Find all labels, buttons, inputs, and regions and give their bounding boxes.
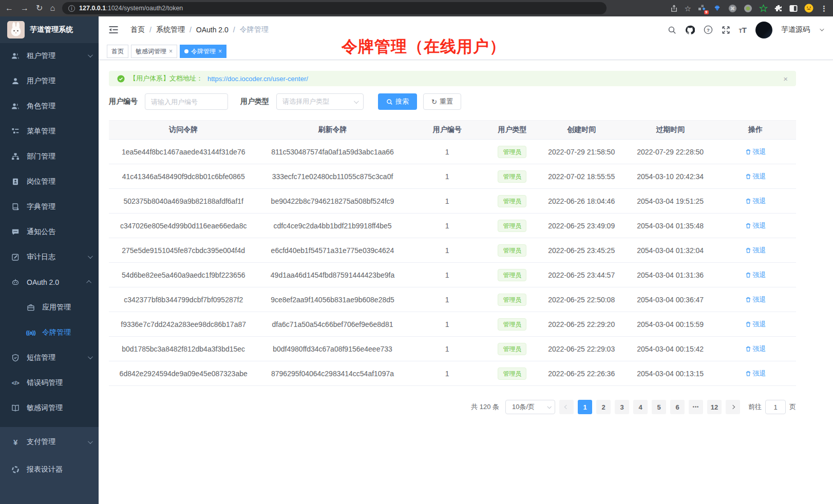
sidebar-item-user[interactable]: 用户管理 xyxy=(0,68,99,93)
sidebar-item-oauth2[interactable]: OAuth 2.0 xyxy=(0,269,99,295)
sidebar-item-label: 支付管理 xyxy=(27,437,55,447)
help-icon[interactable]: ? xyxy=(704,25,713,34)
sidebar-item-menu[interactable]: 菜单管理 xyxy=(0,119,99,144)
extension-blocks-icon[interactable]: 9 xyxy=(698,4,706,12)
browser-toolbar: ← → ↻ ⌂ i 127.0.0.1:1024/system/oauth2/t… xyxy=(0,0,833,16)
forward-icon[interactable]: → xyxy=(21,4,29,12)
table-row: c347026e805e4d99b0d116eae66eda8c cdfc4ce… xyxy=(109,214,796,238)
force-logout-button[interactable]: 强退 xyxy=(745,246,766,255)
trash-icon xyxy=(745,173,751,180)
breadcrumb-oauth2[interactable]: OAuth 2.0 xyxy=(196,26,229,34)
search-button[interactable]: 搜索 xyxy=(378,93,417,110)
cell-created: 2022-06-25 22:29:03 xyxy=(537,337,626,361)
dot-extension-icon[interactable] xyxy=(744,4,752,13)
page-button-12[interactable]: 12 xyxy=(707,400,722,414)
page-button-2[interactable]: 2 xyxy=(596,400,611,414)
sidebar-fold-icon[interactable] xyxy=(109,26,118,34)
force-logout-button[interactable]: 强退 xyxy=(745,197,766,206)
user-type-select[interactable]: 请选择用户类型 xyxy=(276,93,364,110)
user-id-input[interactable] xyxy=(145,93,228,110)
force-logout-label: 强退 xyxy=(753,295,766,304)
sidebar-item-label: 报表设计器 xyxy=(27,465,63,474)
back-icon[interactable]: ← xyxy=(5,4,13,12)
home-icon[interactable]: ⌂ xyxy=(50,4,55,12)
tab-home[interactable]: 首页 xyxy=(107,45,128,58)
logo-image xyxy=(7,21,25,38)
reset-button-label: 重置 xyxy=(440,97,453,106)
reload-icon[interactable]: ↻ xyxy=(36,4,43,12)
gem-extension-icon[interactable] xyxy=(713,4,722,13)
url-bar[interactable]: i 127.0.0.1:1024/system/oauth2/token xyxy=(62,2,607,14)
chevron-down-icon[interactable] xyxy=(820,27,824,31)
sidebar-item-oauth2-app[interactable]: 应用管理 xyxy=(0,295,99,320)
bookmark-star-icon[interactable]: ☆ xyxy=(685,5,691,12)
sidebar-item-role[interactable]: 角色管理 xyxy=(0,93,99,119)
font-size-icon[interactable]: TT xyxy=(739,26,747,34)
user-avatar[interactable] xyxy=(755,22,772,38)
sidebar-item-tenant[interactable]: 租户管理 xyxy=(0,43,99,68)
share-icon[interactable] xyxy=(670,5,678,12)
force-logout-button[interactable]: 强退 xyxy=(745,320,766,329)
sidebar-item-post[interactable]: 岗位管理 xyxy=(0,169,99,194)
breadcrumb-home[interactable]: 首页 xyxy=(130,25,145,34)
star-extension-icon[interactable] xyxy=(759,4,768,13)
page-ellipsis[interactable]: ••• xyxy=(689,400,703,414)
search-icon[interactable] xyxy=(668,26,676,34)
page-info-icon[interactable]: i xyxy=(68,5,75,12)
command-extension-icon[interactable]: ⌘ xyxy=(728,4,737,13)
force-logout-button[interactable]: 强退 xyxy=(745,344,766,354)
cell-created: 2022-06-25 22:29:20 xyxy=(537,312,626,337)
tab-token[interactable]: 令牌管理× xyxy=(180,45,226,58)
close-icon[interactable]: × xyxy=(218,48,222,54)
browser-menu-icon[interactable]: ⋮ xyxy=(820,5,828,12)
search-button-label: 搜索 xyxy=(395,97,409,106)
page-button-1[interactable]: 1 xyxy=(578,400,592,414)
force-logout-label: 强退 xyxy=(753,320,766,329)
cell-user-id: 1 xyxy=(407,238,487,263)
sidebar-item-error-code[interactable]: </> 错误码管理 xyxy=(0,370,99,395)
reset-button[interactable]: ↻ 重置 xyxy=(423,93,461,110)
force-logout-button[interactable]: 强退 xyxy=(745,221,766,230)
github-icon[interactable] xyxy=(685,25,695,35)
close-icon[interactable]: × xyxy=(169,48,173,54)
sidebar-item-audit-log[interactable]: 审计日志 xyxy=(0,244,99,269)
force-logout-label: 强退 xyxy=(753,246,766,255)
sidebar-item-dict[interactable]: 字典管理 xyxy=(0,194,99,219)
fullscreen-icon[interactable] xyxy=(722,26,730,34)
force-logout-button[interactable]: 强退 xyxy=(745,172,766,181)
table-row: 502375b8040a469a9b82188afdf6af1f be90422… xyxy=(109,189,796,214)
sidebar-item-pay[interactable]: ¥ 支付管理 xyxy=(0,428,99,456)
force-logout-button[interactable]: 强退 xyxy=(745,270,766,280)
cell-refresh-token: 811c530487574fa0af1a59d3abc1aa66 xyxy=(258,140,407,164)
page-button-3[interactable]: 3 xyxy=(615,400,629,414)
sidebar-item-dept[interactable]: 部门管理 xyxy=(0,144,99,169)
prev-page-button[interactable] xyxy=(559,400,574,414)
trash-icon xyxy=(745,371,751,377)
profile-avatar-icon[interactable] xyxy=(804,4,813,13)
sidebar-item-sms[interactable]: 短信管理 xyxy=(0,345,99,370)
page-size-select[interactable]: 10条/页 xyxy=(505,400,555,414)
close-icon[interactable]: × xyxy=(783,74,788,83)
sidebar-item-sensitive-word[interactable]: 敏感词管理 xyxy=(0,395,99,420)
tab-label: 首页 xyxy=(111,47,124,56)
sidebar-item-report-designer[interactable]: 报表设计器 xyxy=(0,456,99,483)
force-logout-button[interactable]: 强退 xyxy=(745,147,766,157)
cell-expires: 2054-03-04 00:15:42 xyxy=(626,337,715,361)
goto-page-input[interactable] xyxy=(765,400,786,414)
user-type-tag: 管理员 xyxy=(498,367,526,380)
sidebar-item-oauth2-token[interactable]: ((a)) 令牌管理 xyxy=(0,320,99,345)
puzzle-extensions-icon[interactable] xyxy=(774,4,783,12)
page-button-6[interactable]: 6 xyxy=(670,400,685,414)
force-logout-button[interactable]: 强退 xyxy=(745,295,766,304)
page-button-5[interactable]: 5 xyxy=(652,400,666,414)
cell-access-token: 1ea5e44f8bc1467aaede43144f31de76 xyxy=(109,140,258,164)
force-logout-button[interactable]: 强退 xyxy=(745,369,766,378)
side-panel-icon[interactable] xyxy=(789,5,798,12)
sidebar-item-notice[interactable]: 通知公告 xyxy=(0,219,99,244)
breadcrumb-system[interactable]: 系统管理 xyxy=(156,25,185,34)
doc-link[interactable]: https://doc.iocoder.cn/user-center/ xyxy=(207,75,308,83)
username[interactable]: 芋道源码 xyxy=(781,25,810,34)
next-page-button[interactable] xyxy=(726,400,740,414)
tab-sensitive-word[interactable]: 敏感词管理× xyxy=(131,45,177,58)
page-button-4[interactable]: 4 xyxy=(633,400,648,414)
